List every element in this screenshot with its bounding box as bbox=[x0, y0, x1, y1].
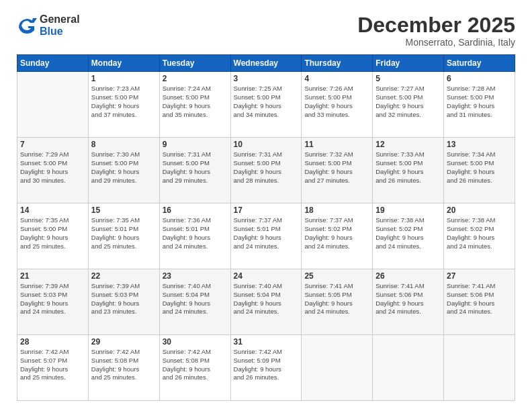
day-number: 7 bbox=[20, 140, 85, 149]
table-row: 19Sunrise: 7:38 AM Sunset: 5:02 PM Dayli… bbox=[373, 203, 444, 269]
table-row: 20Sunrise: 7:38 AM Sunset: 5:02 PM Dayli… bbox=[444, 203, 515, 269]
logo: General Blue bbox=[17, 13, 80, 37]
table-row: 11Sunrise: 7:32 AM Sunset: 5:00 PM Dayli… bbox=[302, 138, 373, 203]
day-info: Sunrise: 7:38 AM Sunset: 5:02 PM Dayligh… bbox=[375, 216, 441, 250]
day-number: 25 bbox=[304, 271, 369, 281]
day-info: Sunrise: 7:41 AM Sunset: 5:06 PM Dayligh… bbox=[375, 282, 441, 316]
day-info: Sunrise: 7:39 AM Sunset: 5:03 PM Dayligh… bbox=[91, 282, 157, 316]
table-row bbox=[17, 72, 89, 138]
header-saturday: Saturday bbox=[444, 55, 515, 72]
header-tuesday: Tuesday bbox=[159, 55, 230, 72]
day-info: Sunrise: 7:41 AM Sunset: 5:05 PM Dayligh… bbox=[304, 282, 369, 316]
header-thursday: Thursday bbox=[302, 55, 373, 72]
calendar-week-row: 21Sunrise: 7:39 AM Sunset: 5:03 PM Dayli… bbox=[17, 269, 515, 335]
table-row: 17Sunrise: 7:37 AM Sunset: 5:01 PM Dayli… bbox=[230, 203, 302, 269]
day-info: Sunrise: 7:24 AM Sunset: 5:00 PM Dayligh… bbox=[163, 85, 228, 119]
header-wednesday: Wednesday bbox=[230, 55, 302, 72]
day-number: 1 bbox=[91, 74, 157, 83]
day-number: 12 bbox=[375, 140, 441, 149]
table-row: 31Sunrise: 7:42 AM Sunset: 5:09 PM Dayli… bbox=[230, 335, 302, 401]
table-row: 5Sunrise: 7:27 AM Sunset: 5:00 PM Daylig… bbox=[373, 72, 444, 138]
calendar-week-row: 14Sunrise: 7:35 AM Sunset: 5:00 PM Dayli… bbox=[17, 203, 515, 269]
day-info: Sunrise: 7:42 AM Sunset: 5:08 PM Dayligh… bbox=[163, 348, 228, 382]
table-row bbox=[373, 335, 444, 401]
day-info: Sunrise: 7:26 AM Sunset: 5:00 PM Dayligh… bbox=[304, 85, 369, 119]
day-number: 19 bbox=[375, 205, 441, 215]
table-row: 22Sunrise: 7:39 AM Sunset: 5:03 PM Dayli… bbox=[88, 269, 159, 335]
day-number: 13 bbox=[447, 140, 512, 149]
day-info: Sunrise: 7:32 AM Sunset: 5:00 PM Dayligh… bbox=[304, 150, 369, 185]
day-number: 22 bbox=[91, 271, 157, 281]
table-row bbox=[444, 335, 515, 401]
header-sunday: Sunday bbox=[17, 55, 89, 72]
calendar-week-row: 28Sunrise: 7:42 AM Sunset: 5:07 PM Dayli… bbox=[17, 335, 515, 401]
table-row: 26Sunrise: 7:41 AM Sunset: 5:06 PM Dayli… bbox=[373, 269, 444, 335]
day-info: Sunrise: 7:42 AM Sunset: 5:09 PM Dayligh… bbox=[234, 348, 299, 382]
day-number: 30 bbox=[163, 337, 228, 347]
day-number: 5 bbox=[375, 74, 441, 83]
day-number: 26 bbox=[375, 271, 441, 281]
table-row: 15Sunrise: 7:35 AM Sunset: 5:01 PM Dayli… bbox=[88, 203, 159, 269]
day-info: Sunrise: 7:34 AM Sunset: 5:00 PM Dayligh… bbox=[447, 150, 512, 185]
table-row: 14Sunrise: 7:35 AM Sunset: 5:00 PM Dayli… bbox=[17, 203, 89, 269]
day-number: 16 bbox=[163, 205, 228, 215]
day-number: 15 bbox=[91, 205, 157, 215]
day-number: 27 bbox=[447, 271, 512, 281]
table-row: 25Sunrise: 7:41 AM Sunset: 5:05 PM Dayli… bbox=[302, 269, 373, 335]
day-info: Sunrise: 7:28 AM Sunset: 5:00 PM Dayligh… bbox=[447, 85, 512, 119]
day-info: Sunrise: 7:29 AM Sunset: 5:00 PM Dayligh… bbox=[20, 150, 85, 185]
day-info: Sunrise: 7:42 AM Sunset: 5:08 PM Dayligh… bbox=[91, 348, 157, 382]
table-row: 28Sunrise: 7:42 AM Sunset: 5:07 PM Dayli… bbox=[17, 335, 89, 401]
table-row: 29Sunrise: 7:42 AM Sunset: 5:08 PM Dayli… bbox=[88, 335, 159, 401]
day-number: 14 bbox=[20, 205, 85, 215]
table-row: 27Sunrise: 7:41 AM Sunset: 5:06 PM Dayli… bbox=[444, 269, 515, 335]
day-number: 29 bbox=[91, 337, 157, 347]
day-info: Sunrise: 7:35 AM Sunset: 5:01 PM Dayligh… bbox=[91, 216, 157, 250]
day-number: 2 bbox=[163, 74, 228, 83]
calendar-week-row: 7Sunrise: 7:29 AM Sunset: 5:00 PM Daylig… bbox=[17, 138, 515, 203]
day-info: Sunrise: 7:37 AM Sunset: 5:01 PM Dayligh… bbox=[234, 216, 299, 250]
day-number: 8 bbox=[91, 140, 157, 149]
day-info: Sunrise: 7:36 AM Sunset: 5:01 PM Dayligh… bbox=[163, 216, 228, 250]
day-info: Sunrise: 7:39 AM Sunset: 5:03 PM Dayligh… bbox=[20, 282, 85, 316]
title-block: December 2025 Monserrato, Sardinia, Ital… bbox=[357, 13, 515, 48]
day-info: Sunrise: 7:31 AM Sunset: 5:00 PM Dayligh… bbox=[234, 150, 299, 185]
day-number: 4 bbox=[304, 74, 369, 83]
day-number: 3 bbox=[234, 74, 299, 83]
day-info: Sunrise: 7:37 AM Sunset: 5:02 PM Dayligh… bbox=[304, 216, 369, 250]
day-info: Sunrise: 7:33 AM Sunset: 5:00 PM Dayligh… bbox=[375, 150, 441, 185]
day-number: 23 bbox=[163, 271, 228, 281]
day-number: 31 bbox=[234, 337, 299, 347]
day-number: 21 bbox=[20, 271, 85, 281]
table-row bbox=[302, 335, 373, 401]
table-row: 4Sunrise: 7:26 AM Sunset: 5:00 PM Daylig… bbox=[302, 72, 373, 138]
table-row: 21Sunrise: 7:39 AM Sunset: 5:03 PM Dayli… bbox=[17, 269, 89, 335]
day-info: Sunrise: 7:23 AM Sunset: 5:00 PM Dayligh… bbox=[91, 85, 157, 119]
day-number: 11 bbox=[304, 140, 369, 149]
day-info: Sunrise: 7:38 AM Sunset: 5:02 PM Dayligh… bbox=[447, 216, 512, 250]
month-title: December 2025 bbox=[357, 13, 515, 37]
day-info: Sunrise: 7:41 AM Sunset: 5:06 PM Dayligh… bbox=[447, 282, 512, 316]
day-info: Sunrise: 7:25 AM Sunset: 5:00 PM Dayligh… bbox=[234, 85, 299, 119]
day-info: Sunrise: 7:40 AM Sunset: 5:04 PM Dayligh… bbox=[163, 282, 228, 316]
day-number: 9 bbox=[163, 140, 228, 149]
location: Monserrato, Sardinia, Italy bbox=[357, 37, 515, 48]
day-info: Sunrise: 7:35 AM Sunset: 5:00 PM Dayligh… bbox=[20, 216, 85, 250]
day-number: 20 bbox=[447, 205, 512, 215]
table-row: 16Sunrise: 7:36 AM Sunset: 5:01 PM Dayli… bbox=[159, 203, 230, 269]
day-number: 24 bbox=[234, 271, 299, 281]
table-row: 3Sunrise: 7:25 AM Sunset: 5:00 PM Daylig… bbox=[230, 72, 302, 138]
day-number: 17 bbox=[234, 205, 299, 215]
day-number: 10 bbox=[234, 140, 299, 149]
day-number: 18 bbox=[304, 205, 369, 215]
table-row: 10Sunrise: 7:31 AM Sunset: 5:00 PM Dayli… bbox=[230, 138, 302, 203]
table-row: 24Sunrise: 7:40 AM Sunset: 5:04 PM Dayli… bbox=[230, 269, 302, 335]
logo-icon bbox=[17, 15, 37, 36]
calendar-header-row: Sunday Monday Tuesday Wednesday Thursday… bbox=[17, 55, 515, 72]
header: General Blue December 2025 Monserrato, S… bbox=[17, 13, 515, 48]
table-row: 18Sunrise: 7:37 AM Sunset: 5:02 PM Dayli… bbox=[302, 203, 373, 269]
logo-text: General Blue bbox=[40, 13, 80, 37]
table-row: 2Sunrise: 7:24 AM Sunset: 5:00 PM Daylig… bbox=[159, 72, 230, 138]
day-info: Sunrise: 7:27 AM Sunset: 5:00 PM Dayligh… bbox=[375, 85, 441, 119]
table-row: 6Sunrise: 7:28 AM Sunset: 5:00 PM Daylig… bbox=[444, 72, 515, 138]
